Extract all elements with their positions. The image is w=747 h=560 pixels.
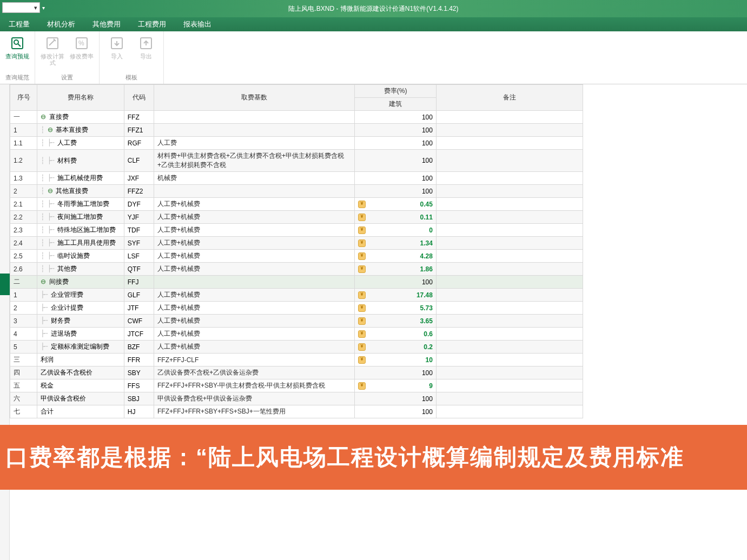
menu-item[interactable]: 其他费用 [84, 17, 129, 31]
table-row[interactable]: 一⊖ 直接费FFZ100 [10, 111, 583, 124]
table-row[interactable]: 四乙供设备不含税价SBY乙供设备费不含税+乙供设备运杂费100 [10, 366, 583, 379]
table-row[interactable]: 三利润FFRFFZ+FFJ-CLF10 [10, 354, 583, 366]
cell-rate[interactable]: 17.48 [355, 289, 437, 302]
table-row[interactable]: 七合计HJFFZ+FFJ+FFR+SBY+FFS+SBJ+一笔性费用100 [10, 405, 583, 418]
cell-rate[interactable]: 100 [355, 392, 437, 405]
cell-rate[interactable]: 100 [355, 137, 437, 150]
table-row[interactable]: 1├╌ 企业管理费GLF人工费+机械费17.48 [10, 289, 583, 302]
table-row[interactable]: 二⊖ 间接费FFJ100 [10, 276, 583, 289]
cell-rate[interactable]: 100 [355, 172, 437, 185]
cell-rate[interactable]: 0 [355, 224, 437, 237]
table-row[interactable]: 4├╌ 进退场费JTCF人工费+机械费0.6 [10, 328, 583, 341]
cell-code: FFZ2 [124, 185, 154, 198]
cell-code: FFZ [124, 111, 154, 124]
ribbon-button-label: 查询预规 [5, 53, 29, 59]
table-row[interactable]: 五税金FFSFFZ+FFJ+FFR+SBY-甲供主材费含税-甲供主材损耗费含税9 [10, 379, 583, 392]
cell-rate[interactable]: 100 [355, 366, 437, 379]
table-row[interactable]: 5├╌ 定额标准测定编制费BZF人工费+机械费0.2 [10, 341, 583, 354]
cell-rate[interactable]: 4.28 [355, 250, 437, 263]
cell-rate[interactable]: 10 [355, 354, 437, 366]
cell-name: ┆ ├╌ 冬雨季施工增加费 [37, 198, 124, 211]
ribbon-button[interactable]: 查询预规 [4, 34, 30, 59]
rate-badge-icon [358, 252, 366, 260]
menu-item[interactable]: 材机分析 [38, 17, 84, 31]
menu-item[interactable]: 工程量 [0, 17, 38, 31]
col-rate-sub[interactable]: 建筑 [355, 98, 437, 111]
cell-code: QTF [124, 263, 154, 276]
cell-base: 人工费+机械费 [154, 250, 354, 263]
cell-rate[interactable]: 1.34 [355, 237, 437, 250]
rate-badge-icon [358, 317, 366, 325]
cell-name: ┆ ├╌ 临时设施费 [37, 250, 124, 263]
cell-name: ┆ ⊖ 其他直接费 [37, 185, 124, 198]
cell-remark [436, 341, 583, 354]
col-rate-group[interactable]: 费率(%) [355, 85, 437, 98]
cell-rate[interactable]: 0.11 [355, 211, 437, 224]
col-remark[interactable]: 备注 [436, 85, 583, 111]
col-base[interactable]: 取费基数 [154, 85, 354, 111]
table-row[interactable]: 1.3┆ ├╌ 施工机械使用费JXF机械费100 [10, 172, 583, 185]
ribbon-button-label: 导入 [111, 53, 123, 59]
cell-remark [436, 237, 583, 250]
cell-rate[interactable]: 0.6 [355, 328, 437, 341]
cell-rate[interactable]: 100 [355, 124, 437, 137]
cell-seq: 1 [10, 289, 37, 302]
cell-name: ┆ ├╌ 施工工具用具使用费 [37, 237, 124, 250]
cell-rate[interactable]: 0.2 [355, 341, 437, 354]
table-row[interactable]: 2.1┆ ├╌ 冬雨季施工增加费DYF人工费+机械费0.45 [10, 198, 583, 211]
table-row[interactable]: 2.3┆ ├╌ 特殊地区施工增加费TDF人工费+机械费0 [10, 224, 583, 237]
cell-base: 材料费+甲供主材费含税+乙供主材费不含税+甲供主材损耗费含税+乙供主材损耗费不含… [154, 150, 354, 172]
cell-seq: 2 [10, 302, 37, 315]
table-row[interactable]: 六甲供设备含税价SBJ甲供设备费含税+甲供设备运杂费100 [10, 392, 583, 405]
menu-item[interactable]: 工程费用 [129, 17, 175, 31]
fee-grid: 序号 费用名称 代码 取费基数 费率(%) 备注 建筑 一⊖ 直接费FFZ100… [10, 84, 583, 418]
cell-rate[interactable]: 100 [355, 185, 437, 198]
table-row[interactable]: 2├╌ 企业计提费JTF人工费+机械费5.73 [10, 302, 583, 315]
cell-seq: 2.1 [10, 198, 37, 211]
tree-toggle-icon[interactable]: ⊖ [48, 187, 53, 195]
table-row[interactable]: 1┆ ⊖ 基本直接费FFZ1100 [10, 124, 583, 137]
table-row[interactable]: 2.2┆ ├╌ 夜间施工增加费YJF人工费+机械费0.11 [10, 211, 583, 224]
qat-dropdown[interactable]: ▾ [2, 2, 40, 13]
cell-code: FFR [124, 354, 154, 366]
table-row[interactable]: 1.1┆ ├╌ 人工费RGF人工费100 [10, 137, 583, 150]
rate-badge-icon [358, 356, 366, 364]
rate-badge-icon [358, 330, 366, 338]
table-row[interactable]: 3├╌ 财务费CWF人工费+机械费3.65 [10, 315, 583, 328]
cell-rate[interactable]: 1.86 [355, 263, 437, 276]
cell-remark [436, 392, 583, 405]
col-code[interactable]: 代码 [124, 85, 154, 111]
cell-base: 人工费+机械费 [154, 341, 354, 354]
cell-seq: 1.1 [10, 137, 37, 150]
left-tab-indicator[interactable] [0, 274, 10, 295]
cell-seq: 2.3 [10, 224, 37, 237]
cell-remark [436, 224, 583, 237]
cell-rate[interactable]: 100 [355, 150, 437, 172]
table-row[interactable]: 2.5┆ ├╌ 临时设施费LSF人工费+机械费4.28 [10, 250, 583, 263]
cell-code: BZF [124, 341, 154, 354]
table-row[interactable]: 1.2┆ ├╌ 材料费CLF材料费+甲供主材费含税+乙供主材费不含税+甲供主材损… [10, 150, 583, 172]
table-row[interactable]: 2┆ ⊖ 其他直接费FFZ2100 [10, 185, 583, 198]
cell-seq: 六 [10, 392, 37, 405]
cell-rate[interactable]: 100 [355, 111, 437, 124]
cell-rate[interactable]: 9 [355, 379, 437, 392]
cell-name: ⊖ 直接费 [37, 111, 124, 124]
cell-seq: 2.2 [10, 211, 37, 224]
cell-rate[interactable]: 3.65 [355, 315, 437, 328]
col-seq[interactable]: 序号 [10, 85, 37, 111]
tree-toggle-icon[interactable]: ⊖ [48, 126, 53, 134]
table-row[interactable]: 2.6┆ ├╌ 其他费QTF人工费+机械费1.86 [10, 263, 583, 276]
cell-rate[interactable]: 100 [355, 405, 437, 418]
menu-item[interactable]: 报表输出 [175, 17, 220, 31]
qat-more-icon[interactable]: ▾ [42, 5, 45, 11]
cell-name: 合计 [37, 405, 124, 418]
tree-toggle-icon[interactable]: ⊖ [41, 278, 46, 285]
cell-base [154, 124, 354, 137]
cell-rate[interactable]: 5.73 [355, 302, 437, 315]
table-row[interactable]: 2.4┆ ├╌ 施工工具用具使用费SYF人工费+机械费1.34 [10, 237, 583, 250]
cell-rate[interactable]: 100 [355, 276, 437, 289]
col-name[interactable]: 费用名称 [37, 85, 124, 111]
ribbon-group-label: 模板 [125, 72, 137, 84]
tree-toggle-icon[interactable]: ⊖ [41, 113, 46, 121]
cell-rate[interactable]: 0.45 [355, 198, 437, 211]
